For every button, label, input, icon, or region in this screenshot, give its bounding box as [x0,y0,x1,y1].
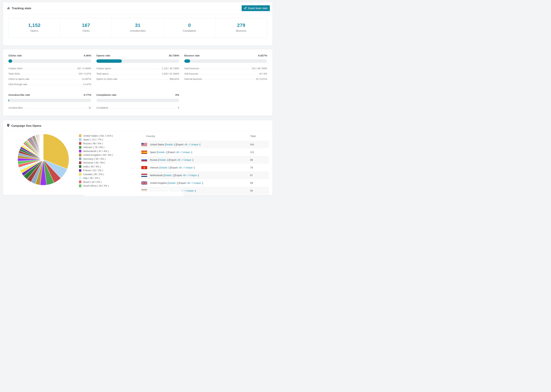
legend-item-south-africa[interactable]: South Africa ( 29 / 2% ) [79,184,113,187]
rate-detail-label: Total clicks [8,72,20,75]
rate-detail-label: Complaints [96,106,108,109]
progress-bar-fill [8,99,9,102]
column-header-country: Country [146,135,155,138]
rate-detail-value: 689.82% [170,78,179,80]
rate-detail-label: Clicks to opens rate [8,78,29,80]
legend-item-india[interactable]: India ( 46 / 3% ) [79,165,113,168]
rate-detail-row: Soft bounces 18 / 0% [184,71,267,76]
stat-value: 167 [60,23,112,28]
rate-detail-label: Hard bounces [184,67,199,70]
legend-item-russia[interactable]: Russia ( 86 / 5% ) [79,142,113,145]
rate-title: Clicks rate [8,54,22,57]
export-all-link[interactable]: All › [177,159,182,161]
geo-row-total: 59 [250,182,253,184]
export-unique-link[interactable]: Unique › [186,189,195,192]
geo-opens-body: United States ( 541 / 31% ) Spain ( 121 … [3,131,273,195]
progress-bar-fill [8,59,12,63]
stat-value: 31 [112,23,163,28]
rate-detail-label: Unique clicks [8,67,22,70]
details-link[interactable]: Details › [168,182,177,184]
rate-panel-opens-rate: Opens rate 30.736% Unique opens 1,152 / … [96,54,179,87]
legend-item-germany[interactable]: Germany ( 55 / 3% ) [79,157,113,160]
export-all-link[interactable]: All › [176,151,180,154]
export-all-link[interactable]: All › [183,174,187,177]
export-unique-link[interactable]: Unique › [182,151,191,154]
legend-label: Netherlands ( 67 / 4% ) [83,150,109,153]
geo-opens-header: Campaign Geo Opens [3,120,273,131]
rate-detail-label: Unique opens [96,67,111,70]
legend-item-france[interactable]: France ( 42 / 2% ) [79,169,113,172]
legend-item-brazil[interactable]: Brazil ( 33 / 2% ) [79,181,113,183]
legend-item-romania[interactable]: Romania ( 49 / 3% ) [79,161,113,164]
progress-bar [96,59,179,63]
export-basic-stats-button[interactable]: Export basic stats [242,5,270,11]
rate-detail-label: Total opens [96,72,109,75]
legend-swatch [79,138,81,141]
geo-row-total: 79 [250,166,253,169]
rate-title: Complaints rate [96,93,116,97]
details-link[interactable]: Details › [166,143,174,146]
geo-table-row-united-kingdom: United Kingdom [Details ›] [Export: All … [141,179,269,187]
export-unique-link[interactable]: Unique › [185,166,194,169]
legend-label: India ( 46 / 3% ) [83,165,101,168]
legend-item-united-states[interactable]: United States ( 541 / 31% ) [79,134,113,137]
legend-item-netherlands[interactable]: Netherlands ( 67 / 4% ) [79,150,113,153]
export-unique-link[interactable]: Unique › [189,174,198,177]
progress-bar [8,99,91,102]
geo-row-text: United Kingdom [Details ›] [Export: All … [150,182,203,184]
summary-stat-clicks: 167 Clicks [60,18,112,37]
bottom-overlay-glow [84,189,183,196]
rate-detail-row: Total opens 2,303 / 61.446% [96,71,179,76]
details-link[interactable]: Details › [157,151,166,154]
rate-title: Opens rate [96,54,110,57]
rate-detail-row: Unique clicks 167 / 4.456% [8,66,91,71]
dotted-leader [29,85,82,85]
geo-table-row-netherlands: Netherlands [Details ›] [Export: All › /… [141,171,269,179]
legend-item-vietnam[interactable]: Vietnam ( 79 / 5% ) [79,146,113,149]
dotted-leader [119,79,168,80]
geo-row-total: 541 [250,143,254,146]
rate-detail-row: Internal bounces 19 / 6.81% [184,76,267,82]
column-header-total: Total [250,135,256,138]
rate-title: Unsubscribe rate [8,93,30,97]
legend-label: Russia ( 86 / 5% ) [83,142,103,145]
legend-item-canada[interactable]: Canada ( 40 / 2% ) [79,173,113,176]
legend-swatch [79,150,81,153]
geo-row-total: 86 [250,159,253,161]
geo-table-row-russia: Russia [Details ›] [Export: All › / Uniq… [141,156,269,164]
geo-row-total: 121 [250,151,254,154]
dotted-leader [31,79,80,80]
export-all-link[interactable]: All › [184,143,189,146]
rate-panel-clicks-rate: Clicks rate 4.46% Unique clicks 167 / 4.… [8,54,91,87]
legend-swatch [79,165,81,168]
stat-label: Bounces [215,29,267,32]
rate-detail-row: Hard bounces 242 / 86.738% [184,66,267,71]
details-link[interactable]: Details › [159,159,167,161]
export-all-link[interactable]: All › [187,182,191,184]
rate-detail-value: 14.497% [82,78,91,80]
geo-table-row-united-states: United States [Details ›] [Export: All ›… [141,140,269,148]
rate-panel-header: Bounce rate 6.927% [184,54,267,57]
legend-swatch [79,161,81,164]
export-unique-link[interactable]: Unique › [191,143,200,146]
export-unique-link[interactable]: Unique › [184,159,193,161]
flag-united-kingdom-icon [141,182,147,185]
legend-item-italy[interactable]: Italy ( 36 / 2% ) [79,177,113,180]
export-unique-link[interactable]: Unique › [193,182,202,184]
export-all-link[interactable]: All › [179,166,183,169]
rate-detail-value: 4.147% [83,83,91,86]
legend-item-united-kingdom[interactable]: United Kingdom ( 59 / 3% ) [79,154,113,156]
legend-label: Canada ( 40 / 2% ) [83,173,104,176]
rate-percent: 0.77% [84,93,91,97]
geo-row-text: Spain [Details ›] [Export: All › / Uniqu… [150,151,192,154]
flag-united-states-icon [141,143,147,146]
progress-bar-fill [96,59,122,63]
geo-opens-legend: United States ( 541 / 31% ) Spain ( 121 … [79,134,113,188]
legend-label: United States ( 541 / 31% ) [83,134,113,137]
details-link[interactable]: Details › [160,166,169,169]
rate-panel-unsubscribe-rate: Unsubscribe rate 0.77% Unsubscribes 31 [8,93,91,110]
rate-detail-value: 220 / 5.87% [78,72,91,75]
legend-item-spain[interactable]: Spain ( 121 / 7% ) [79,138,113,141]
details-link[interactable]: Details › [164,174,173,177]
rate-panel-header: Complaints rate 0% [96,93,179,97]
